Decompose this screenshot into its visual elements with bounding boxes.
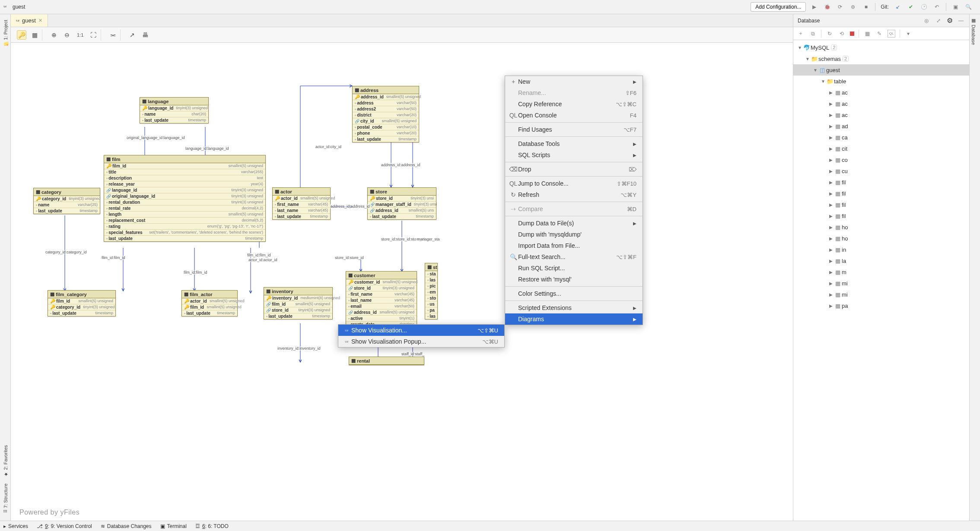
layout-button[interactable]: ⫘ — [108, 30, 118, 40]
entity-film-category[interactable]: ▦ film_category🔑film_idsmallint(5) unsig… — [48, 290, 116, 316]
ctx-item-import-data-from-file-[interactable]: Import Data from File... — [505, 240, 643, 251]
tree-table-item[interactable]: ▶▦ho — [793, 233, 969, 244]
submenu-item-show-visualisation-[interactable]: ⎃Show Visualisation...⌥⇧⌘U — [338, 325, 504, 336]
stop-icon[interactable] — [850, 32, 854, 36]
git-update-icon[interactable]: ↙ — [894, 3, 902, 11]
tree-table-item[interactable]: ▶▦co — [793, 154, 969, 165]
tree-table-item[interactable]: ▶▦ac — [793, 87, 969, 98]
ctx-item-full-text-search-[interactable]: 🔍Full-text Search...⌥⇧⌘F — [505, 251, 643, 262]
entity-category[interactable]: ▦ category🔑category_idtinyint(3) unsigne… — [33, 188, 100, 214]
tree-table-item[interactable]: ▶▦ca — [793, 132, 969, 143]
grid-button[interactable]: ▦ — [30, 30, 39, 40]
database-changes-tab[interactable]: ≋Database Changes — [101, 523, 152, 529]
tree-table-item[interactable]: ▶▦m — [793, 266, 969, 278]
entity-address[interactable]: ▦ address🔑address_idsmallint(5) unsigned… — [352, 86, 419, 142]
entity-inventory[interactable]: ▦ inventory🔑inventory_idmediumint(8) uns… — [264, 287, 333, 319]
ctx-item-refresh[interactable]: ↻Refresh⌥⌘Y — [505, 189, 643, 200]
export-button[interactable]: ↗ — [127, 30, 137, 40]
structure-tab[interactable]: ⠿ 7: Structure — [2, 480, 9, 516]
tree-table-item[interactable]: ▶▦cit — [793, 143, 969, 154]
ctx-item-dump-data-to-file-s-[interactable]: Dump Data to File(s)▶ — [505, 218, 643, 229]
ctx-item-drop[interactable]: ⌫Drop⌦ — [505, 164, 643, 175]
tree-table-item[interactable]: ▶▦in — [793, 244, 969, 255]
duplicate-icon[interactable]: ⧉ — [809, 30, 817, 38]
ctx-item-sql-scripts[interactable]: SQL Scripts▶ — [505, 149, 643, 161]
zoom-in-button[interactable]: ⊕ — [49, 30, 59, 40]
search-icon[interactable]: 🔍 — [964, 3, 972, 11]
filter-icon[interactable]: ▾ — [904, 30, 912, 38]
tree-table-item[interactable]: ▶▦ac — [793, 109, 969, 120]
console-icon[interactable]: QL — [888, 30, 895, 38]
edit-icon[interactable]: ✎ — [875, 30, 883, 38]
ctx-item-scripted-extensions[interactable]: Scripted Extensions▶ — [505, 302, 643, 313]
target-icon[interactable]: ◎ — [923, 17, 930, 25]
database-tab-right[interactable]: ▦ Database — [970, 14, 978, 48]
entity-film[interactable]: ▦ film🔑film_idsmallint(5) unsigned▫title… — [104, 155, 266, 242]
tree-table-item[interactable]: ▶▦mi — [793, 289, 969, 300]
ctx-item-new[interactable]: +New▶ — [505, 76, 643, 87]
gear-icon[interactable]: ⚙ — [947, 16, 953, 25]
tree-table-item[interactable]: ▶▦fil — [793, 177, 969, 188]
zoom-reset-button[interactable]: 1:1 — [75, 30, 85, 40]
tree-table-item[interactable]: ▶▦ho — [793, 221, 969, 233]
ctx-item-diagrams[interactable]: Diagrams▶ — [505, 313, 643, 325]
database-tree[interactable]: ▼🐬 MySQL 2 ▼ 📁 schemas 2 ▼ ◫ guest ▼ 📁 t… — [793, 40, 969, 521]
coverage-icon[interactable]: ⟳ — [836, 3, 844, 11]
terminal-tab[interactable]: ▣Terminal — [160, 523, 187, 529]
minimize-icon[interactable]: — — [957, 17, 965, 25]
tree-table-item[interactable]: ▶▦cu — [793, 165, 969, 177]
ctx-item-open-console[interactable]: QLOpen ConsoleF4 — [505, 110, 643, 121]
tree-table-item[interactable]: ▶▦fil — [793, 188, 969, 199]
key-columns-button[interactable]: 🔑 — [17, 30, 26, 40]
ctx-item-database-tools[interactable]: Database Tools▶ — [505, 138, 643, 149]
submenu-item-show-visualisation-popup-[interactable]: ⎃Show Visualisation Popup...⌥⌘U — [338, 336, 504, 347]
add-configuration-button[interactable]: Add Configuration... — [751, 2, 806, 12]
tree-table-item[interactable]: ▶▦la — [793, 255, 969, 266]
version-control-tab[interactable]: ⎇9: 9: Version Control — [37, 523, 92, 529]
tree-table-item[interactable]: ▶▦ac — [793, 98, 969, 109]
ctx-item-find-usages[interactable]: Find Usages⌥F7 — [505, 124, 643, 135]
tree-schemas[interactable]: ▼ 📁 schemas 2 — [793, 53, 969, 64]
favorites-tab[interactable]: ★ 2: Favorites — [2, 442, 9, 480]
tree-table-item[interactable]: ▶▦fil — [793, 199, 969, 210]
tree-tables-folder[interactable]: ▼ 📁 table — [793, 76, 969, 87]
tree-table-item[interactable]: ▶▦pa — [793, 300, 969, 311]
services-tab[interactable]: ▸Services — [3, 523, 28, 529]
tree-schema-guest[interactable]: ▼ ◫ guest — [793, 64, 969, 76]
profile-icon[interactable]: ⊚ — [849, 3, 857, 11]
diagram-canvas[interactable]: ▦ language🔑language_idtinyint(3) unsigne… — [11, 43, 793, 521]
ctx-item-jump-to-console-[interactable]: QLJump to Console...⇧⌘F10 — [505, 178, 643, 189]
tree-table-item[interactable]: ▶▦ad — [793, 120, 969, 132]
stop-icon[interactable]: ■ — [862, 3, 870, 11]
print-button[interactable]: 🖶 — [140, 30, 150, 40]
entity-rental[interactable]: ▦ rental — [349, 357, 424, 365]
ctx-item-dump-with-mysqldump-[interactable]: Dump with 'mysqldump' — [505, 229, 643, 240]
editor-tab-guest[interactable]: ⎃ guest ✕ — [11, 14, 48, 27]
tree-table-item[interactable]: ▶▦fil — [793, 210, 969, 221]
git-commit-icon[interactable]: ✔ — [907, 3, 915, 11]
ctx-item-run-sql-script-[interactable]: Run SQL Script... — [505, 262, 643, 274]
ctx-item-color-settings-[interactable]: Color Settings... — [505, 288, 643, 299]
close-icon[interactable]: ✕ — [38, 18, 42, 23]
entity-store[interactable]: ▦ store🔑store_idtinyint(3) unsi🔗manager_… — [367, 187, 436, 220]
project-tab[interactable]: 📁 1: Project — [2, 16, 9, 51]
debug-icon[interactable]: 🐞 — [823, 3, 831, 11]
run-icon[interactable]: ▶ — [810, 3, 818, 11]
table-icon[interactable]: ▦ — [863, 30, 871, 38]
git-history-icon[interactable]: 🕑 — [920, 3, 928, 11]
fit-button[interactable]: ⛶ — [89, 30, 98, 40]
tree-datasource[interactable]: ▼🐬 MySQL 2 — [793, 42, 969, 53]
zoom-out-button[interactable]: ⊖ — [62, 30, 72, 40]
ctx-item-restore-with-mysql-[interactable]: Restore with 'mysql' — [505, 274, 643, 285]
git-revert-icon[interactable]: ↶ — [933, 3, 941, 11]
refresh-icon[interactable]: ↻ — [826, 30, 834, 38]
ide-scripting-icon[interactable]: ▣ — [951, 3, 959, 11]
entity-actor[interactable]: ▦ actor🔑actor_idsmallint(5) unsigned▫fir… — [272, 187, 331, 220]
entity-film-actor[interactable]: ▦ film_actor🔑actor_idsmallint(5) unsigne… — [181, 290, 238, 316]
sync-icon[interactable]: ⟲ — [838, 30, 846, 38]
add-datasource-button[interactable]: ＋ — [797, 30, 805, 38]
entity-sta[interactable]: ▦ sta▫sta▫las▫pic▫em▫sto▫us▫pa▫las — [425, 263, 438, 319]
tree-table-item[interactable]: ▶▦mi — [793, 278, 969, 289]
expand-icon[interactable]: ⤢ — [935, 17, 942, 25]
todo-tab[interactable]: ☲6: 6: TODO — [195, 523, 229, 529]
